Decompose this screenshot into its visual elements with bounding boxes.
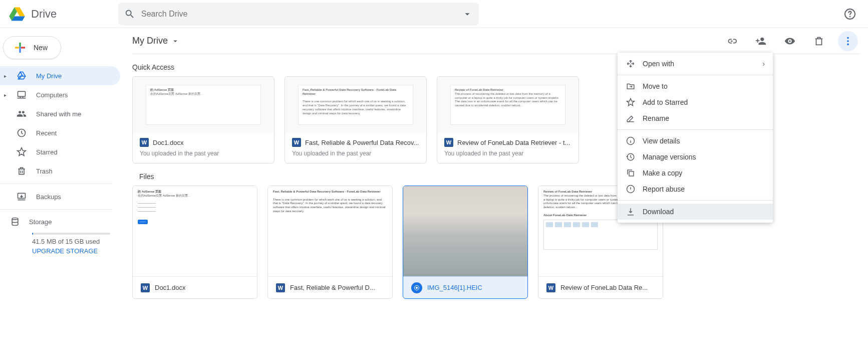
menu-manage-versions[interactable]: Manage versions — [618, 149, 773, 165]
sidebar-item-storage[interactable]: Storage — [0, 213, 120, 231]
sidebar-label: Trash — [36, 167, 53, 175]
drive-logo-icon — [8, 5, 26, 23]
shared-icon — [17, 109, 27, 119]
menu-view-details[interactable]: View details — [618, 133, 773, 149]
menu-add-starred[interactable]: Add to Starred — [618, 94, 773, 110]
info-icon — [626, 136, 635, 145]
sidebar-item-recent[interactable]: Recent — [0, 123, 120, 142]
svg-point-6 — [847, 37, 849, 39]
new-button[interactable]: New — [3, 36, 61, 59]
menu-move-to[interactable]: Move to — [618, 78, 773, 94]
star-icon — [17, 147, 27, 157]
brand[interactable]: Drive — [8, 5, 118, 23]
more-vert-icon — [842, 36, 853, 47]
search-icon — [124, 9, 135, 20]
computers-icon — [17, 90, 27, 100]
word-icon: W — [276, 283, 285, 292]
plus-icon — [13, 40, 28, 55]
trash-icon — [17, 166, 27, 176]
upgrade-storage-link[interactable]: UPGRADE STORAGE — [32, 247, 110, 255]
svg-rect-11 — [629, 171, 634, 176]
search-bar[interactable] — [118, 3, 479, 26]
my-drive-icon — [17, 71, 27, 81]
preview-button[interactable] — [780, 31, 800, 51]
brand-name: Drive — [31, 8, 57, 21]
word-icon: W — [141, 283, 150, 292]
header: Drive — [0, 0, 868, 28]
copy-icon — [626, 168, 635, 178]
history-icon — [626, 152, 635, 161]
quick-card[interactable]: Fast, Reliable & Powerful Data Recovery … — [284, 76, 427, 163]
sidebar-label: Recent — [36, 129, 57, 137]
image-thumbnail — [403, 186, 527, 276]
sidebar-label: Computers — [36, 91, 68, 99]
menu-download[interactable]: Download — [618, 204, 773, 220]
open-with-icon — [626, 59, 635, 68]
menu-rename[interactable]: Rename — [618, 110, 773, 126]
move-icon — [626, 82, 635, 91]
help-button[interactable] — [840, 4, 860, 24]
menu-open-with[interactable]: Open with › — [618, 56, 773, 72]
new-label: New — [34, 44, 48, 52]
chevron-right-icon: › — [762, 60, 765, 68]
context-menu: Open with › Move to Add to Starred Renam… — [618, 53, 773, 223]
search-input[interactable] — [141, 10, 456, 19]
menu-make-copy[interactable]: Make a copy — [618, 165, 773, 181]
sidebar: New ▸ My Drive ▸ Computers Shared with m… — [0, 28, 120, 344]
word-icon: W — [546, 283, 555, 292]
eye-icon — [784, 36, 795, 47]
image-icon — [411, 282, 422, 293]
sidebar-label: Shared with me — [36, 110, 81, 118]
quick-card[interactable]: Review of FoneLab Data RetrieverThe proc… — [437, 76, 579, 163]
rename-icon — [626, 114, 635, 123]
breadcrumb[interactable]: My Drive — [132, 36, 180, 46]
search-options-icon[interactable] — [462, 9, 473, 20]
sidebar-item-shared[interactable]: Shared with me — [0, 104, 120, 123]
recent-icon — [17, 128, 27, 138]
more-actions-button[interactable] — [838, 31, 858, 51]
expand-icon: ▸ — [4, 73, 9, 79]
storage-icon — [10, 217, 20, 227]
share-button[interactable] — [751, 31, 771, 51]
word-icon: W — [140, 138, 149, 147]
file-card[interactable]: IMG_5146[1].HEIC — [403, 186, 528, 299]
get-link-button[interactable] — [722, 31, 742, 51]
svg-point-9 — [416, 287, 418, 289]
download-icon — [626, 207, 635, 216]
help-icon — [844, 8, 856, 20]
svg-point-1 — [850, 16, 850, 17]
expand-icon: ▸ — [4, 92, 9, 98]
trash-icon — [813, 36, 824, 47]
file-card[interactable]: 的 AdSense 页面在的AdSense页面 AdSense 新的页面…———… — [132, 186, 257, 299]
svg-rect-3 — [18, 91, 26, 96]
file-card[interactable]: Fast, Reliable & Powerful Data Recovery … — [267, 186, 393, 299]
sidebar-label: Starred — [36, 148, 58, 156]
sidebar-label: My Drive — [36, 72, 62, 80]
report-icon — [626, 185, 635, 194]
storage-used-text: 41.5 MB of 15 GB used — [32, 238, 110, 245]
svg-rect-2 — [19, 47, 21, 48]
star-icon — [626, 98, 635, 107]
svg-point-7 — [847, 40, 849, 42]
quick-card[interactable]: 的 AdSense 页面在的AdSense页面 AdSense 新的页面… WD… — [132, 76, 274, 163]
word-icon: W — [444, 138, 453, 147]
sidebar-item-starred[interactable]: Starred — [0, 142, 120, 161]
sidebar-item-backups[interactable]: Backups — [0, 187, 120, 206]
svg-point-8 — [847, 43, 849, 45]
sidebar-label: Backups — [36, 193, 61, 201]
chevron-down-icon — [171, 37, 180, 46]
sidebar-item-computers[interactable]: ▸ Computers — [0, 85, 120, 104]
backups-icon — [17, 192, 27, 202]
sidebar-item-my-drive[interactable]: ▸ My Drive — [0, 66, 120, 85]
remove-button[interactable] — [809, 31, 829, 51]
person-add-icon — [755, 36, 766, 47]
menu-report-abuse[interactable]: Report abuse — [618, 181, 773, 197]
link-icon — [726, 36, 737, 47]
sidebar-item-trash[interactable]: Trash — [0, 161, 120, 181]
toolbar: My Drive — [132, 28, 860, 54]
storage-bar — [32, 233, 110, 235]
word-icon: W — [292, 138, 301, 147]
